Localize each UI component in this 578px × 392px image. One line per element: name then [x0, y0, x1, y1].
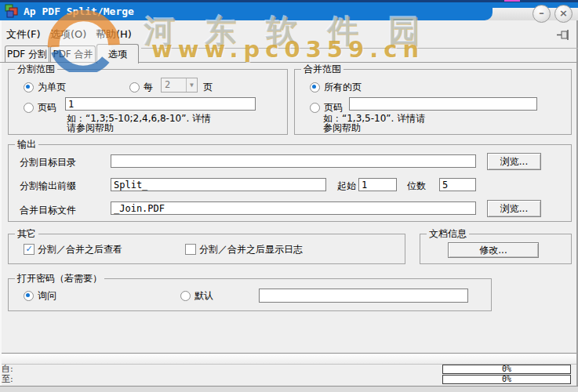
spinner-dropdown-icon[interactable]: ▼ — [186, 78, 197, 92]
menu-separator — [141, 48, 578, 49]
start-number-input[interactable] — [358, 178, 397, 191]
app-window: Ap PDF Split/Merge – × 文件(F) 选项(O) 帮助(H)… — [0, 0, 578, 392]
menu-bar: 文件(F) 选项(O) 帮助(H) — [0, 20, 578, 43]
window-bottom-edge — [0, 386, 578, 392]
menu-options[interactable]: 选项(O) — [47, 26, 89, 43]
radio-split-page-numbers-label: 页码 — [38, 102, 56, 114]
pages-unit-label: 页 — [203, 82, 213, 93]
every-n-pages-value: 2 — [165, 79, 170, 90]
digits-label: 位数 — [407, 180, 426, 192]
split-prefix-input[interactable] — [111, 178, 326, 191]
checkbox-view-after[interactable]: ✓ — [24, 244, 35, 255]
tab-pdf-merge[interactable]: PDF 合并 — [50, 45, 96, 63]
split-dir-input[interactable] — [111, 154, 476, 168]
checkbox-view-after-label: 分割／合并之后查看 — [38, 244, 122, 256]
merge-page-numbers-input[interactable] — [349, 97, 537, 111]
progress-from-label: 自: — [2, 365, 13, 374]
radio-all-pages-label: 所有的页 — [324, 82, 362, 93]
merge-file-label: 合并目标文件 — [20, 205, 76, 216]
group-doc-info-title: 文档信息 — [427, 228, 469, 240]
radio-split-page-numbers[interactable] — [24, 103, 34, 113]
group-password-title: 打开密码（若需要） — [15, 273, 104, 285]
digits-input[interactable] — [439, 178, 476, 191]
modify-doc-info-button[interactable]: 修改... — [448, 242, 539, 258]
checkbox-show-log[interactable]: ✓ — [185, 244, 196, 255]
split-page-numbers-input[interactable] — [65, 97, 256, 111]
checkbox-show-log-label: 分割／合并之后显示日志 — [199, 244, 303, 256]
radio-every-n-pages[interactable] — [129, 82, 140, 93]
status-strip — [2, 353, 576, 365]
split-dir-label: 分割目标目录 — [20, 157, 76, 169]
split-prefix-label: 分割输出前缀 — [20, 180, 76, 192]
progress-bar-total: 0% — [442, 375, 571, 384]
radio-merge-page-numbers-label: 页码 — [324, 102, 343, 114]
group-merge-range-title: 合并范围 — [301, 64, 344, 75]
radio-password-ask[interactable] — [24, 291, 34, 301]
start-number-label: 起始 — [337, 180, 356, 192]
password-input[interactable] — [259, 289, 468, 303]
every-n-pages-spinner[interactable]: 2 ▼ — [161, 78, 198, 93]
radio-single-page-label: 为单页 — [38, 82, 66, 93]
merge-range-hint-line2: 参阅帮助 — [323, 123, 361, 132]
progress-bar-current: 0% — [442, 365, 571, 374]
group-other-title: 其它 — [15, 228, 38, 240]
radio-merge-page-numbers[interactable] — [310, 103, 320, 113]
tab-options[interactable]: 选项 — [96, 44, 139, 64]
screenshot-artifact — [504, 0, 520, 2]
radio-single-page[interactable] — [24, 82, 34, 93]
pin-icon[interactable] — [556, 29, 572, 41]
app-icon — [5, 4, 20, 18]
radio-password-ask-label: 询问 — [38, 290, 56, 302]
tab-pdf-split[interactable]: PDF 分割 — [5, 45, 49, 63]
merge-file-input[interactable] — [111, 201, 476, 215]
tab-pane-edge — [0, 62, 578, 63]
group-output-title: 输出 — [15, 139, 38, 151]
progress-to-label: 至: — [2, 375, 13, 384]
browse-split-dir-button[interactable]: 浏览... — [487, 153, 541, 170]
radio-password-default-label: 默认 — [194, 290, 213, 302]
browse-merge-file-button[interactable]: 浏览... — [487, 200, 541, 217]
split-range-hint-line2: 请参阅帮助 — [67, 123, 114, 132]
group-split-range-title: 分割范围 — [15, 64, 57, 75]
radio-password-default[interactable] — [180, 291, 191, 301]
radio-every-label: 每 — [144, 82, 153, 93]
menu-file[interactable]: 文件(F) — [3, 26, 44, 43]
radio-all-pages[interactable] — [310, 82, 320, 93]
window-title: Ap PDF Split/Merge — [24, 5, 134, 17]
menu-help[interactable]: 帮助(H) — [93, 26, 135, 43]
